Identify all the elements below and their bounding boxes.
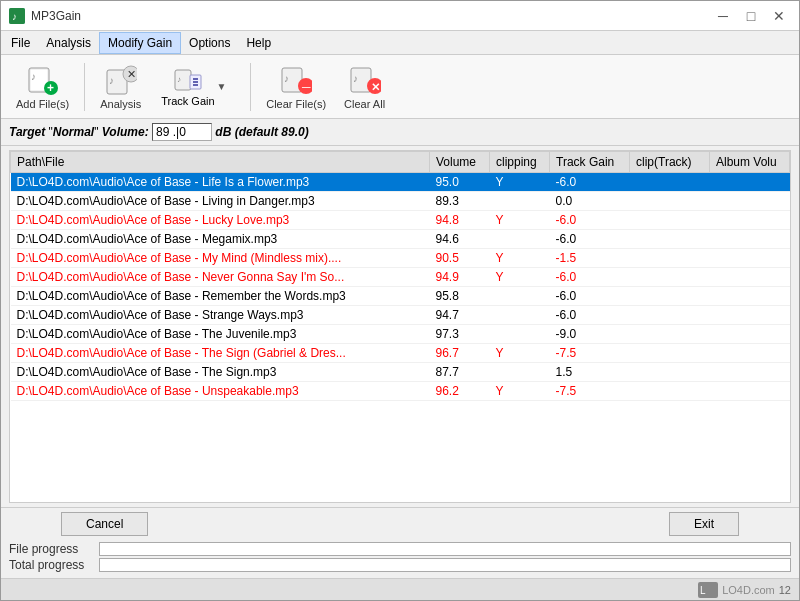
file-progress-label: File progress xyxy=(9,542,99,556)
table-cell-3: -6.0 xyxy=(550,268,630,287)
table-cell-5 xyxy=(710,192,790,211)
add-files-icon: ♪ + xyxy=(27,64,59,96)
svg-text:♪: ♪ xyxy=(284,73,289,84)
total-progress-label: Total progress xyxy=(9,558,99,572)
svg-text:♪: ♪ xyxy=(177,75,181,84)
track-gain-label: Track Gain xyxy=(161,95,214,107)
svg-text:L: L xyxy=(700,585,706,596)
table-cell-4 xyxy=(630,230,710,249)
track-gain-dropdown-arrow[interactable]: ▼ xyxy=(217,81,227,92)
table-cell-4 xyxy=(630,344,710,363)
svg-text:✕: ✕ xyxy=(371,81,380,93)
minimize-button[interactable]: ─ xyxy=(711,6,735,26)
table-cell-5 xyxy=(710,268,790,287)
table-cell-5 xyxy=(710,306,790,325)
col-volume: Volume xyxy=(430,152,490,173)
table-cell-1: 89.3 xyxy=(430,192,490,211)
table-row[interactable]: D:\LO4D.com\Audio\Ace of Base - Life Is … xyxy=(11,173,790,192)
table-cell-4 xyxy=(630,325,710,344)
analysis-button[interactable]: ♪ ✕ Analysis xyxy=(93,59,148,115)
table-cell-3: -6.0 xyxy=(550,287,630,306)
file-table: Path\File Volume clipping Track Gain cli… xyxy=(10,151,790,401)
file-table-container[interactable]: Path\File Volume clipping Track Gain cli… xyxy=(9,150,791,503)
table-cell-0: D:\LO4D.com\Audio\Ace of Base - The Sign… xyxy=(11,363,430,382)
table-cell-5 xyxy=(710,211,790,230)
target-prefix: Target xyxy=(9,125,45,139)
exit-button[interactable]: Exit xyxy=(669,512,739,536)
main-window: ♪ MP3Gain ─ □ ✕ File Analysis Modify Gai… xyxy=(0,0,800,601)
track-gain-button[interactable]: ♪ Track Gain ▼ xyxy=(152,62,242,112)
table-cell-0: D:\LO4D.com\Audio\Ace of Base - Living i… xyxy=(11,192,430,211)
target-default: (default 89.0) xyxy=(235,125,309,139)
menu-file[interactable]: File xyxy=(3,33,38,53)
table-cell-0: D:\LO4D.com\Audio\Ace of Base - Strange … xyxy=(11,306,430,325)
menu-options[interactable]: Options xyxy=(181,33,238,53)
table-cell-5 xyxy=(710,287,790,306)
table-cell-0: D:\LO4D.com\Audio\Ace of Base - The Juve… xyxy=(11,325,430,344)
table-cell-1: 96.2 xyxy=(430,382,490,401)
svg-text:+: + xyxy=(47,81,54,95)
table-cell-0: D:\LO4D.com\Audio\Ace of Base - Unspeaka… xyxy=(11,382,430,401)
table-row[interactable]: D:\LO4D.com\Audio\Ace of Base - The Juve… xyxy=(11,325,790,344)
table-cell-0: D:\LO4D.com\Audio\Ace of Base - Never Go… xyxy=(11,268,430,287)
file-progress-bar xyxy=(99,542,791,556)
progress-section: File progress Total progress xyxy=(1,540,799,578)
window-title: MP3Gain xyxy=(31,9,711,23)
table-cell-2: Y xyxy=(490,211,550,230)
toolbar: ♪ + Add File(s) ♪ ✕ Analysis xyxy=(1,55,799,119)
table-row[interactable]: D:\LO4D.com\Audio\Ace of Base - Strange … xyxy=(11,306,790,325)
analysis-icon: ♪ ✕ xyxy=(105,64,137,96)
table-row[interactable]: D:\LO4D.com\Audio\Ace of Base - My Mind … xyxy=(11,249,790,268)
table-row[interactable]: D:\LO4D.com\Audio\Ace of Base - Megamix.… xyxy=(11,230,790,249)
menu-help[interactable]: Help xyxy=(238,33,279,53)
cancel-button[interactable]: Cancel xyxy=(61,512,148,536)
svg-text:─: ─ xyxy=(301,80,311,94)
table-cell-5 xyxy=(710,230,790,249)
table-cell-1: 94.7 xyxy=(430,306,490,325)
table-cell-0: D:\LO4D.com\Audio\Ace of Base - Megamix.… xyxy=(11,230,430,249)
table-cell-4 xyxy=(630,287,710,306)
target-bar: Target "Normal" Volume: dB (default 89.0… xyxy=(1,119,799,146)
close-button[interactable]: ✕ xyxy=(767,6,791,26)
svg-text:♪: ♪ xyxy=(109,75,114,86)
clear-files-button[interactable]: ♪ ─ Clear File(s) xyxy=(259,59,333,115)
col-track-gain: Track Gain xyxy=(550,152,630,173)
table-cell-2: Y xyxy=(490,173,550,192)
target-unit: dB xyxy=(215,125,231,139)
clear-files-icon: ♪ ─ xyxy=(280,64,312,96)
table-row[interactable]: D:\LO4D.com\Audio\Ace of Base - Remember… xyxy=(11,287,790,306)
add-files-button[interactable]: ♪ + Add File(s) xyxy=(9,59,76,115)
table-row[interactable]: D:\LO4D.com\Audio\Ace of Base - The Sign… xyxy=(11,363,790,382)
table-cell-4 xyxy=(630,211,710,230)
col-clip-track: clip(Track) xyxy=(630,152,710,173)
clear-all-button[interactable]: ♪ ✕ Clear All xyxy=(337,59,392,115)
target-volume-input[interactable] xyxy=(152,123,212,141)
track-gain-icon: ♪ Track Gain xyxy=(161,67,214,107)
analysis-label: Analysis xyxy=(100,98,141,110)
table-cell-0: D:\LO4D.com\Audio\Ace of Base - Remember… xyxy=(11,287,430,306)
table-cell-1: 95.0 xyxy=(430,173,490,192)
table-row[interactable]: D:\LO4D.com\Audio\Ace of Base - The Sign… xyxy=(11,344,790,363)
svg-text:♪: ♪ xyxy=(353,73,358,84)
table-cell-1: 94.8 xyxy=(430,211,490,230)
table-cell-5 xyxy=(710,325,790,344)
clear-all-label: Clear All xyxy=(344,98,385,110)
table-row[interactable]: D:\LO4D.com\Audio\Ace of Base - Unspeaka… xyxy=(11,382,790,401)
table-cell-4 xyxy=(630,268,710,287)
menu-modify-gain[interactable]: Modify Gain xyxy=(99,32,181,54)
svg-text:✕: ✕ xyxy=(127,68,136,80)
table-cell-3: -9.0 xyxy=(550,325,630,344)
version-text: 12 xyxy=(779,584,791,596)
status-bar: L LO4D.com 12 xyxy=(1,578,799,600)
menu-analysis[interactable]: Analysis xyxy=(38,33,99,53)
maximize-button[interactable]: □ xyxy=(739,6,763,26)
table-cell-5 xyxy=(710,363,790,382)
table-row[interactable]: D:\LO4D.com\Audio\Ace of Base - Lucky Lo… xyxy=(11,211,790,230)
table-row[interactable]: D:\LO4D.com\Audio\Ace of Base - Never Go… xyxy=(11,268,790,287)
table-cell-0: D:\LO4D.com\Audio\Ace of Base - Lucky Lo… xyxy=(11,211,430,230)
table-cell-3: -7.5 xyxy=(550,382,630,401)
table-cell-4 xyxy=(630,382,710,401)
table-cell-1: 90.5 xyxy=(430,249,490,268)
table-cell-2 xyxy=(490,363,550,382)
table-row[interactable]: D:\LO4D.com\Audio\Ace of Base - Living i… xyxy=(11,192,790,211)
